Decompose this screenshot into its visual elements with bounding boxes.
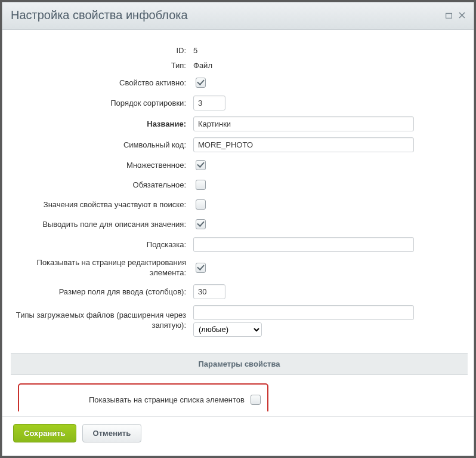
showedit-checkbox[interactable]: [196, 263, 206, 273]
sort-label: Порядок сортировки:: [11, 93, 190, 113]
colsize-input[interactable]: [193, 284, 225, 299]
hint-label: Подсказка:: [11, 234, 190, 255]
code-label: Символьный код:: [11, 134, 190, 155]
cancel-button[interactable]: Отменить: [82, 424, 142, 442]
desc-label: Выводить поле для описания значения:: [11, 214, 190, 234]
filetypes-label: Типы загружаемых файлов (расширения чере…: [11, 302, 190, 340]
dialog-footer: Сохранить Отменить: [2, 416, 474, 456]
required-label: Обязательное:: [11, 175, 190, 195]
show-list-label: Показывать на странице списка элементов: [24, 395, 248, 404]
multiple-checkbox[interactable]: [196, 160, 206, 170]
highlighted-settings: Показывать на странице списка элементов …: [18, 383, 268, 411]
sort-input[interactable]: [193, 96, 225, 110]
hint-input[interactable]: [193, 237, 414, 252]
dialog-body[interactable]: ID: 5 Тип: Файл Свойство активно: Порядо…: [11, 35, 470, 411]
multiple-label: Множественное:: [11, 155, 190, 175]
type-value: Файл: [190, 58, 468, 73]
expand-icon[interactable]: [445, 12, 452, 19]
desc-checkbox[interactable]: [196, 219, 206, 229]
showedit-label: Показывать на странице редактирования эл…: [11, 255, 190, 281]
required-checkbox[interactable]: [196, 180, 206, 190]
dialog-titlebar: Настройка свойства инфоблока: [2, 2, 474, 30]
filetypes-select[interactable]: (любые): [193, 322, 262, 337]
section-header: Параметры свойства: [11, 353, 468, 375]
name-input[interactable]: [193, 116, 414, 131]
filetypes-input[interactable]: [193, 305, 414, 320]
save-button[interactable]: Сохранить: [13, 424, 76, 442]
name-label: Название:: [11, 113, 190, 134]
active-checkbox[interactable]: [196, 78, 206, 88]
search-checkbox[interactable]: [196, 199, 206, 210]
dialog-title: Настройка свойства инфоблока: [11, 8, 439, 22]
show-list-checkbox[interactable]: [251, 395, 261, 405]
property-form: ID: 5 Тип: Файл Свойство активно: Порядо…: [11, 35, 468, 375]
active-label: Свойство активно:: [11, 73, 190, 93]
type-label: Тип:: [11, 58, 190, 73]
code-input[interactable]: [193, 137, 414, 152]
close-icon[interactable]: [458, 12, 465, 19]
colsize-label: Размер поля для ввода (столбцов):: [11, 281, 190, 302]
svg-rect-0: [446, 14, 452, 19]
property-settings-dialog: Настройка свойства инфоблока ID: 5 Тип: …: [2, 2, 474, 456]
id-value: 5: [190, 43, 468, 58]
search-label: Значения свойства участвуют в поиске:: [11, 195, 190, 214]
id-label: ID:: [11, 43, 190, 58]
